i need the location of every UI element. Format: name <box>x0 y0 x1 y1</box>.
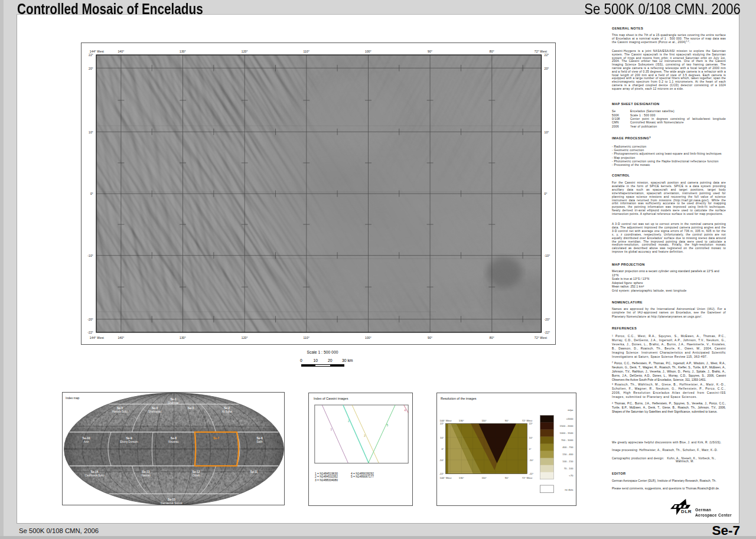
svg-text:Se-3: Se-3 <box>188 407 194 410</box>
svg-text:0°: 0° <box>90 192 93 195</box>
svg-text:120°: 120° <box>242 337 248 339</box>
svg-text:-22°: -22° <box>545 331 550 334</box>
svg-text:22°: 22° <box>440 422 444 425</box>
svg-text:72° West: 72° West <box>522 476 533 479</box>
svg-text:100°: 100° <box>365 337 372 339</box>
svg-text:110°: 110° <box>481 419 487 422</box>
svg-text:Se-11: Se-11 <box>250 471 258 473</box>
svg-text:Se-12: Se-12 <box>193 471 200 473</box>
svg-text:-22°: -22° <box>529 472 534 475</box>
svg-text:72° West: 72° West <box>535 337 548 339</box>
svg-text:140°: 140° <box>118 50 124 53</box>
svg-text:110°: 110° <box>304 50 310 53</box>
svg-text:-22°: -22° <box>87 331 93 334</box>
svg-text:Se-4: Se-4 <box>152 407 158 410</box>
svg-text:Index of Cassini images: Index of Cassini images <box>314 397 348 400</box>
svg-text:144° West: 144° West <box>90 337 105 339</box>
svg-text:144° West: 144° West <box>90 50 105 53</box>
svg-text:-22°: -22° <box>439 472 444 475</box>
svg-text:144° West: 144° West <box>440 476 452 479</box>
svg-text:Cashmere Sulci: Cashmere Sulci <box>85 474 104 477</box>
svg-text:Ali Baba: Ali Baba <box>221 410 232 413</box>
svg-text:10°: 10° <box>440 436 444 439</box>
svg-text:4: 4 <box>405 409 406 412</box>
svg-text:10°: 10° <box>89 131 93 134</box>
svg-text:90°: 90° <box>505 419 509 422</box>
svg-text:Ebony Dorsum: Ebony Dorsum <box>120 440 138 443</box>
svg-text:1: 1 <box>331 428 333 431</box>
svg-text:Se-6: Se-6 <box>256 437 262 440</box>
svg-text:Se-15: Se-15 <box>168 498 175 501</box>
svg-text:Otbah: Otbah <box>193 474 200 477</box>
svg-text:Resolution of the images: Resolution of the images <box>441 397 477 400</box>
svg-text:130°: 130° <box>180 337 186 339</box>
svg-text:20°: 20° <box>89 67 93 70</box>
svg-text:Se-13: Se-13 <box>142 471 150 473</box>
svg-text:80°: 80° <box>490 50 494 53</box>
svg-text:no data: no data <box>565 488 573 491</box>
svg-text:Khusrau: Khusrau <box>168 440 179 443</box>
svg-text:Se-7: Se-7 <box>213 437 219 440</box>
svg-text:700 - 1000: 700 - 1000 <box>561 439 573 442</box>
svg-text:100°: 100° <box>365 50 372 53</box>
svg-text:22°: 22° <box>89 54 93 57</box>
svg-text:Index map: Index map <box>66 396 80 400</box>
svg-text:2 = N1484532352: 2 = N1484532352 <box>315 475 338 478</box>
svg-text:22°: 22° <box>529 422 533 425</box>
svg-text:Shahryar: Shahryar <box>168 401 179 404</box>
svg-text:90°: 90° <box>428 337 432 339</box>
svg-text:10°: 10° <box>529 436 533 439</box>
svg-text:20°: 20° <box>545 67 549 70</box>
svg-text:-10°: -10° <box>529 459 534 462</box>
svg-text:Hassan: Hassan <box>141 474 151 477</box>
svg-text:0°: 0° <box>545 192 548 195</box>
svg-text:0°: 0° <box>529 447 532 450</box>
svg-text:5: 5 <box>387 424 389 427</box>
svg-text:80°: 80° <box>490 337 494 339</box>
svg-text:90°: 90° <box>428 50 432 53</box>
svg-text:-20°: -20° <box>545 318 550 321</box>
svg-text:-10°: -10° <box>439 459 444 462</box>
svg-text:Aziz: Aziz <box>84 440 89 443</box>
svg-text:90°: 90° <box>505 476 509 479</box>
svg-text:>2000: >2000 <box>566 417 573 420</box>
svg-text:140°: 140° <box>118 337 124 339</box>
svg-text:Se-2: Se-2 <box>224 407 230 410</box>
svg-text:1 = N1484519630: 1 = N1484519630 <box>315 472 338 475</box>
svg-text:120°: 120° <box>242 50 248 53</box>
svg-text:3 = N1488334080: 3 = N1488334080 <box>315 479 338 482</box>
svg-text:Se-9: Se-9 <box>126 437 132 440</box>
svg-text:Salih: Salih <box>256 440 263 443</box>
svg-text:-20°: -20° <box>87 318 93 321</box>
svg-text:Se-10: Se-10 <box>83 437 90 440</box>
svg-text:Shahrazad: Shahrazad <box>148 410 162 413</box>
svg-text:130°: 130° <box>180 50 186 53</box>
svg-text:Se-14: Se-14 <box>91 471 99 473</box>
svg-text:4 = N1489039292: 4 = N1489039292 <box>351 472 374 475</box>
svg-text:150 - 400: 150 - 400 <box>562 453 573 456</box>
svg-text:72° West: 72° West <box>535 50 548 53</box>
svg-text:110°: 110° <box>481 476 487 479</box>
svg-text:Se-8: Se-8 <box>171 437 177 440</box>
svg-text:130°: 130° <box>459 419 464 422</box>
svg-text:Damascus Sulcus: Damascus Sulcus <box>161 502 183 505</box>
svg-text:10°: 10° <box>545 131 549 134</box>
svg-text:3: 3 <box>364 435 366 437</box>
svg-text:-10°: -10° <box>87 254 93 257</box>
svg-text:100 - 150: 100 - 150 <box>562 460 573 463</box>
svg-text:110°: 110° <box>304 337 310 339</box>
svg-text:70 - 100: 70 - 100 <box>564 467 573 470</box>
svg-text:<70: <70 <box>569 474 573 477</box>
svg-text:Se-1: Se-1 <box>170 398 176 401</box>
svg-text:1500 - 2000: 1500 - 2000 <box>560 424 574 427</box>
svg-text:Se-5: Se-5 <box>117 407 123 410</box>
svg-text:130°: 130° <box>459 476 464 479</box>
svg-text:2: 2 <box>348 420 350 423</box>
svg-text:-10°: -10° <box>545 254 550 257</box>
svg-text:m/px: m/px <box>568 409 573 411</box>
svg-text:1000 - 1500: 1000 - 1500 <box>560 432 574 435</box>
svg-text:Hamah Sulci: Hamah Sulci <box>112 410 128 413</box>
svg-text:22°: 22° <box>545 54 549 57</box>
svg-text:400 - 700: 400 - 700 <box>562 446 573 449</box>
svg-text:5 = N1489067177: 5 = N1489067177 <box>351 475 374 478</box>
